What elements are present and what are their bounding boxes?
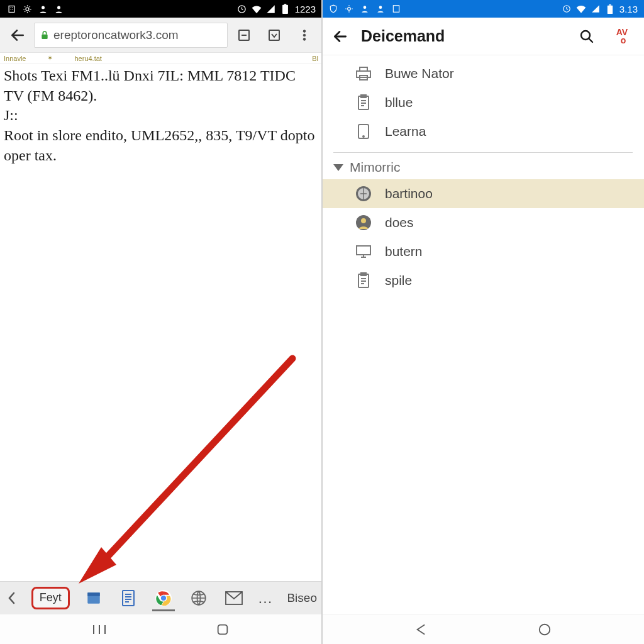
nav-back-button[interactable] (407, 620, 436, 639)
page-text: Shots Texi FM1..lü Dnxi 7IL: MML 7812 TI… (4, 66, 317, 106)
svg-point-10 (303, 30, 306, 32)
svg-rect-32 (357, 71, 370, 77)
clock-icon (237, 4, 247, 14)
url-text: ereptoroncatwork3.com (53, 28, 222, 42)
device-list[interactable]: Buwe NatorbllueLearna Mimorric bartinood… (322, 55, 644, 614)
avatar-icon (355, 214, 372, 231)
list-item[interactable]: butern (322, 237, 644, 266)
svg-rect-0 (9, 6, 14, 12)
task-mail-icon[interactable] (223, 587, 245, 609)
bookmark-button[interactable] (260, 21, 288, 49)
svg-rect-27 (393, 6, 399, 13)
list-item-label: bllue (385, 95, 413, 110)
task-globe-icon[interactable] (187, 587, 210, 609)
svg-point-2 (42, 6, 45, 9)
section-separator (333, 152, 633, 153)
back-button[interactable] (328, 25, 352, 48)
wifi-icon (252, 4, 262, 14)
list-item[interactable]: bllue (322, 88, 644, 117)
lock-icon (40, 30, 50, 41)
status-time: 3.13 (619, 4, 638, 14)
status-cog-icon (344, 4, 354, 14)
page-ribbon: Innavle ✶ heru4.tat Bl (0, 53, 322, 64)
status-building-icon (6, 4, 16, 14)
signal-icon (591, 4, 601, 14)
tablet-icon (355, 123, 372, 140)
nav-home-button[interactable] (208, 620, 237, 639)
svg-rect-43 (357, 246, 370, 255)
page-content: Shots Texi FM1..lü Dnxi 7IL: MML 7812 TI… (0, 64, 322, 581)
list-item[interactable]: bartinoo (322, 179, 644, 208)
sort-az-button[interactable]: AV o (613, 27, 631, 46)
feyt-label: Feyt (40, 591, 62, 604)
list-item-label: does (385, 215, 414, 230)
task-window-icon[interactable] (82, 587, 105, 609)
svg-rect-30 (609, 4, 611, 6)
printer-icon (355, 65, 372, 82)
svg-point-12 (303, 38, 306, 40)
svg-point-25 (364, 6, 367, 9)
svg-point-26 (379, 6, 382, 9)
ribbon-item[interactable]: Innavle (4, 55, 26, 62)
svg-rect-6 (284, 4, 287, 5)
feyt-button[interactable]: Feyt (31, 587, 70, 609)
reader-mode-button[interactable] (230, 21, 258, 49)
svg-rect-21 (218, 625, 228, 634)
compass-icon (355, 185, 372, 203)
back-button[interactable] (4, 21, 31, 49)
page-text: J:: (4, 106, 317, 126)
list-item-label: Learna (385, 124, 426, 139)
svg-point-42 (361, 218, 366, 223)
signal-icon (266, 4, 276, 14)
list-item[interactable]: does (322, 208, 644, 237)
section-title: Mimorric (350, 160, 400, 175)
status-card-icon (391, 4, 401, 14)
svg-rect-9 (269, 30, 279, 40)
svg-rect-7 (42, 34, 47, 38)
svg-point-1 (26, 8, 29, 11)
nav-home-button[interactable] (530, 620, 559, 639)
task-chrome-icon[interactable] (152, 587, 175, 609)
nav-recents-button[interactable] (85, 620, 114, 639)
clipboard-icon (355, 272, 372, 289)
address-bar[interactable]: ereptoroncatwork3.com (34, 23, 228, 48)
section-header[interactable]: Mimorric (322, 155, 644, 179)
svg-rect-15 (123, 591, 134, 606)
clock-icon (562, 4, 572, 14)
right-pane: 3.13 Deicemand AV o Buwe NatorbllueLearn… (322, 0, 644, 644)
list-item[interactable]: spile (322, 266, 644, 295)
svg-rect-29 (608, 5, 613, 13)
task-doc-icon[interactable] (118, 587, 140, 609)
monitor-icon (355, 243, 372, 260)
status-bar-right: 3.13 (322, 0, 644, 18)
status-person2-icon (375, 4, 386, 14)
svg-point-3 (57, 6, 60, 9)
app-toolbar: Deicemand AV o (322, 18, 644, 55)
search-button[interactable] (577, 27, 596, 46)
android-nav-bar-right (322, 614, 644, 644)
chevron-down-icon (333, 164, 343, 171)
android-nav-bar-left (0, 614, 322, 644)
status-person2-icon (53, 4, 64, 14)
task-more-button[interactable]: … (257, 589, 274, 607)
overflow-menu-button[interactable] (291, 21, 318, 49)
svg-rect-33 (360, 67, 367, 71)
left-pane: 1223 ereptoroncatwork3.com (0, 0, 322, 644)
task-prev-button[interactable] (5, 587, 19, 609)
svg-point-24 (348, 8, 351, 11)
status-bar-left: 1223 (0, 0, 322, 18)
status-cog-icon (22, 4, 32, 14)
wifi-icon (576, 4, 586, 14)
list-item[interactable]: Learna (322, 117, 644, 146)
ribbon-item[interactable]: Bl (312, 55, 318, 62)
list-item[interactable]: Buwe Nator (322, 59, 644, 88)
battery-icon (605, 4, 615, 14)
ribbon-item[interactable]: heru4.tat (74, 55, 101, 62)
browser-toolbar: ereptoroncatwork3.com (0, 18, 322, 53)
status-person-icon (38, 4, 48, 14)
list-item-label: Buwe Nator (385, 66, 454, 81)
svg-point-38 (363, 136, 364, 137)
task-more-label[interactable]: Biseo (287, 591, 317, 605)
status-shield-icon (328, 4, 338, 14)
status-time: 1223 (295, 4, 316, 14)
